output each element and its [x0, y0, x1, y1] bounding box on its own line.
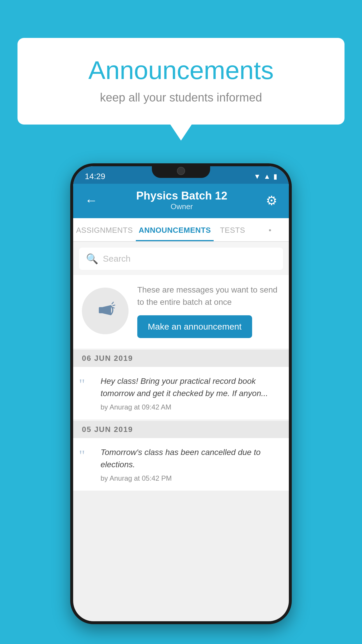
- status-time: 14:29: [85, 172, 105, 181]
- megaphone-icon: [94, 299, 117, 323]
- speech-bubble: Announcements keep all your students inf…: [17, 38, 345, 125]
- date-divider-1: 06 JUN 2019: [73, 350, 289, 367]
- promo-description: These are messages you want to send to t…: [137, 284, 280, 308]
- tab-more[interactable]: •: [251, 218, 289, 241]
- settings-icon[interactable]: ⚙: [266, 193, 277, 208]
- tab-assignments[interactable]: ASSIGNMENTS: [73, 218, 136, 241]
- announcement-content-2: Tomorrow's class has been cancelled due …: [101, 446, 280, 482]
- status-icons: ▼ ▲ ▮: [254, 172, 277, 181]
- announcement-content-1: Hey class! Bring your practical record b…: [101, 375, 280, 411]
- back-button[interactable]: ←: [85, 193, 98, 208]
- announcement-meta-2: by Anurag at 05:42 PM: [101, 474, 280, 482]
- promo-content: These are messages you want to send to t…: [137, 284, 280, 338]
- phone-container: 14:29 ▼ ▲ ▮ ← Physics Batch 12 Owner ⚙ A…: [70, 163, 292, 624]
- content-area: 🔍 Search: [73, 242, 289, 491]
- search-placeholder: Search: [103, 254, 131, 264]
- tab-announcements[interactable]: ANNOUNCEMENTS: [136, 218, 214, 241]
- make-announcement-button[interactable]: Make an announcement: [137, 315, 252, 338]
- svg-line-3: [112, 307, 114, 308]
- phone-camera: [177, 167, 185, 175]
- header-subtitle: Owner: [136, 202, 227, 211]
- tab-bar: ASSIGNMENTS ANNOUNCEMENTS TESTS •: [73, 218, 289, 242]
- announcement-text-1: Hey class! Bring your practical record b…: [101, 375, 280, 400]
- announcement-item-1[interactable]: " Hey class! Bring your practical record…: [73, 367, 289, 420]
- svg-rect-0: [99, 307, 103, 313]
- app-header: ← Physics Batch 12 Owner ⚙: [73, 184, 289, 218]
- phone-frame: 14:29 ▼ ▲ ▮ ← Physics Batch 12 Owner ⚙ A…: [70, 163, 292, 624]
- wifi-icon: ▼: [254, 172, 261, 181]
- header-center: Physics Batch 12 Owner: [136, 190, 227, 211]
- speech-bubble-container: Announcements keep all your students inf…: [17, 38, 345, 125]
- header-title: Physics Batch 12: [136, 190, 227, 202]
- phone-screen: 14:29 ▼ ▲ ▮ ← Physics Batch 12 Owner ⚙ A…: [73, 166, 289, 621]
- quote-icon-2: ": [79, 448, 94, 463]
- speech-bubble-title: Announcements: [41, 55, 321, 85]
- tab-tests[interactable]: TESTS: [214, 218, 251, 241]
- announcement-item-2[interactable]: " Tomorrow's class has been cancelled du…: [73, 438, 289, 491]
- announcement-meta-1: by Anurag at 09:42 AM: [101, 403, 280, 411]
- speech-bubble-subtitle: keep all your students informed: [41, 91, 321, 104]
- announcement-promo: These are messages you want to send to t…: [73, 275, 289, 349]
- svg-line-2: [113, 305, 115, 306]
- date-divider-2: 05 JUN 2019: [73, 421, 289, 438]
- phone-notch: [152, 163, 210, 178]
- quote-icon-1: ": [79, 377, 94, 391]
- promo-icon-circle: [82, 288, 129, 334]
- search-bar[interactable]: 🔍 Search: [79, 248, 283, 270]
- svg-line-1: [112, 302, 113, 304]
- search-icon: 🔍: [86, 253, 98, 265]
- signal-icon: ▲: [263, 172, 270, 181]
- announcement-text-2: Tomorrow's class has been cancelled due …: [101, 446, 280, 471]
- battery-icon: ▮: [273, 172, 277, 181]
